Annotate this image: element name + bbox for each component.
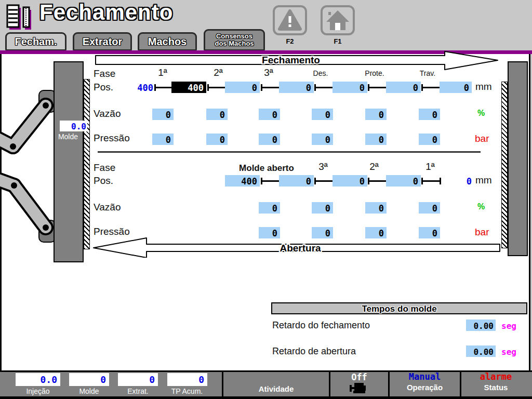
f2-label: F2 — [273, 37, 307, 45]
closing-pos-field-1[interactable]: 400 — [171, 82, 206, 93]
hmi-screen: Fechamento Fecham. Extrator Machos Conse… — [0, 0, 532, 399]
closing-pressao-field-5[interactable]: 0 — [365, 134, 387, 145]
opening-vazao-label: Vazão — [94, 202, 121, 213]
motor-state[interactable]: Off — [330, 372, 388, 382]
opening-vazao-field-1[interactable]: 0 — [259, 202, 280, 214]
closing-phase-1: 1ª — [142, 67, 183, 78]
opening-pos-field-1[interactable]: 400 — [225, 175, 260, 187]
closing-vazao-label: Vazão — [94, 108, 121, 119]
tab-consensos-machos[interactable]: Consensos dos Machos — [204, 29, 265, 51]
timer-molde-value: 0 — [69, 373, 109, 386]
closing-vazao-field-1[interactable]: 0 — [152, 109, 174, 120]
opening-vazao-field-2[interactable]: 0 — [312, 202, 333, 214]
closing-pos-start-value: 400 — [126, 83, 153, 93]
timer-molde-label: Molde — [66, 387, 112, 395]
closing-pos-unit: mm — [475, 81, 492, 92]
alarm-status-label: Status — [461, 383, 530, 392]
closing-pressao-field-6[interactable]: 0 — [419, 134, 440, 145]
table-separator — [98, 151, 481, 153]
f1-button[interactable] — [321, 5, 355, 35]
mold-times-title: Tempos do molde — [362, 304, 436, 314]
tab-label: Machos — [148, 36, 187, 48]
phase-tick — [314, 84, 334, 91]
closing-phase-des: Des. — [300, 69, 341, 77]
bottom-border — [0, 396, 532, 399]
closing-vazao-field-4[interactable]: 0 — [312, 109, 333, 120]
closing-pressao-field-3[interactable]: 0 — [259, 134, 280, 145]
opening-delay-field[interactable]: 0.00 — [466, 345, 496, 357]
opening-arrow-label: Abertura — [280, 243, 321, 254]
closing-pressao-field-2[interactable]: 0 — [206, 134, 228, 145]
phase-tick — [314, 178, 334, 184]
opening-pos-end-value: 0 — [451, 176, 472, 187]
tab-extrator[interactable]: Extrator — [73, 32, 132, 51]
closing-delay-field[interactable]: 0.00 — [466, 320, 496, 331]
moving-platen-mold-face — [84, 79, 90, 249]
closing-phase-trav: Trav. — [407, 69, 448, 77]
closing-pos-field-2[interactable]: 0 — [225, 82, 260, 93]
closing-pressao-field-4[interactable]: 0 — [312, 134, 333, 145]
closing-pos-field-6[interactable]: 0 — [440, 82, 472, 93]
opening-phase-2: 2ª — [353, 161, 395, 172]
activity-label: Atividade — [223, 384, 329, 393]
opening-phase-molde-aberto: Molde aberto — [230, 163, 303, 174]
closing-pressao-field-1[interactable]: 0 — [152, 134, 174, 145]
closing-phase-prote: Prote. — [354, 69, 395, 77]
timer-injecao-value: 0.0 — [16, 373, 60, 386]
operation-mode-label: Operação — [390, 383, 460, 392]
tab-label-line2: dos Machos — [215, 40, 254, 47]
opening-pos-field-4[interactable]: 0 — [386, 175, 421, 187]
mold-position-value: 0.0 — [71, 122, 86, 131]
phase-tick — [207, 84, 227, 91]
phase-tick — [421, 84, 441, 91]
closing-vazao-unit: % — [477, 109, 485, 118]
opening-delay-label: Retardo de abertura — [272, 346, 356, 357]
closing-phase-3: 3ª — [248, 67, 289, 78]
page-title: Fechamento — [39, 0, 173, 25]
closing-pos-field-3[interactable]: 0 — [279, 82, 314, 93]
motor-icon — [349, 381, 370, 395]
mold-times-header: Tempos do molde — [271, 302, 527, 314]
mold-icon — [6, 3, 36, 30]
timer-extrat-label: Extrat. — [115, 387, 161, 395]
opening-fase-label: Fase — [94, 162, 115, 174]
closing-fase-label: Fase — [94, 68, 115, 79]
warning-icon — [277, 9, 302, 32]
fixed-platen — [508, 61, 528, 256]
operation-mode-value[interactable]: Manual — [390, 371, 460, 382]
alarm-status-value[interactable]: alarme — [461, 371, 530, 382]
phase-tick — [368, 178, 388, 184]
closing-vazao-field-6[interactable]: 0 — [419, 109, 440, 120]
closing-vazao-field-5[interactable]: 0 — [365, 109, 387, 120]
phase-tick — [421, 178, 441, 184]
phase-tick — [261, 84, 281, 91]
tab-machos[interactable]: Machos — [138, 32, 197, 51]
moving-platen — [54, 61, 84, 262]
opening-phase-1: 1ª — [409, 161, 451, 172]
tab-fecham[interactable]: Fecham. — [5, 32, 66, 51]
timer-injecao-label: Injeção — [12, 387, 63, 395]
closing-delay-unit: seg — [501, 321, 516, 331]
mold-label: Molde — [52, 132, 84, 141]
closing-pos-field-5[interactable]: 0 — [386, 82, 421, 93]
opening-vazao-unit: % — [477, 202, 485, 211]
opening-pos-unit: mm — [475, 175, 492, 186]
closing-phase-2: 2ª — [197, 67, 239, 78]
tab-label: Extrator — [83, 36, 123, 48]
opening-pos-field-2[interactable]: 0 — [279, 175, 314, 187]
phase-tick — [368, 84, 388, 91]
timer-tpacum-value: 0 — [167, 373, 207, 386]
closing-delay-label: Retardo do fechamento — [272, 320, 370, 331]
timer-tpacum-label: TP Acum. — [161, 387, 213, 395]
closing-vazao-field-3[interactable]: 0 — [259, 109, 280, 120]
closing-pos-field-4[interactable]: 0 — [332, 82, 367, 93]
opening-pos-field-3[interactable]: 0 — [332, 175, 367, 187]
opening-direction-arrow: Abertura — [91, 234, 502, 258]
f2-button[interactable] — [273, 5, 307, 35]
closing-vazao-field-2[interactable]: 0 — [206, 109, 228, 120]
opening-vazao-field-3[interactable]: 0 — [365, 202, 387, 214]
opening-vazao-field-4[interactable]: 0 — [419, 202, 440, 214]
mold-position-readout: 0.0 — [60, 121, 87, 131]
opening-pos-label: Pos. — [94, 175, 113, 187]
closing-pressao-unit: bar — [475, 133, 489, 144]
